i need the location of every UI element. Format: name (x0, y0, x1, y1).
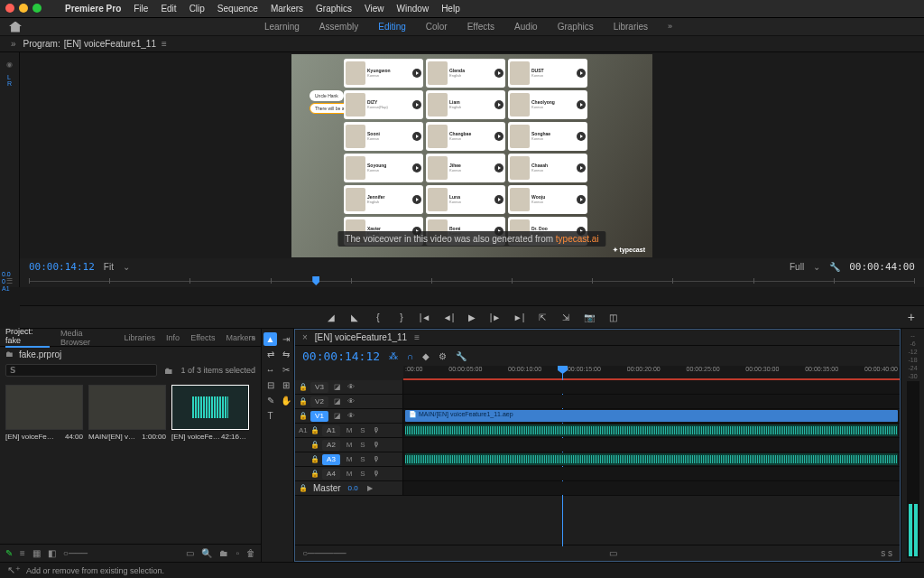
audio-track[interactable]: 🔒A3MS🎙 (295, 452, 900, 467)
zoom-fit[interactable]: Fit (104, 262, 114, 272)
menu-help[interactable]: Help (441, 4, 460, 14)
freeform-icon[interactable]: ✎ (5, 548, 13, 558)
export-frame-icon[interactable]: 📷 (583, 311, 596, 323)
program-monitor: Uncle Hank There will be an e... Kyungwo… (20, 52, 924, 287)
extract-icon[interactable]: ⇲ (559, 311, 572, 323)
bin-item[interactable]: [EN] voiceFeatur...42:16758 (171, 385, 249, 441)
menu-file[interactable]: File (134, 4, 148, 14)
zoom-out-icon[interactable]: ○────── (302, 548, 346, 558)
ws-graphics[interactable]: Graphics (558, 22, 594, 32)
panel-close-icon[interactable]: » (11, 39, 16, 49)
panel-menu-icon[interactable]: ≡ (162, 39, 167, 49)
timeline-ruler[interactable]: :00:0000:00:05:0000:00:10:0000:00:15:000… (403, 366, 900, 380)
freeform-view-icon[interactable]: ◧ (48, 548, 56, 558)
menu-view[interactable]: View (365, 4, 384, 14)
selection-tool-icon[interactable]: ▲ (263, 332, 277, 346)
monitor-playhead[interactable] (312, 276, 319, 285)
home-icon[interactable] (9, 22, 22, 33)
tabs-overflow-icon[interactable]: » (251, 333, 255, 342)
menu-window[interactable]: Window (397, 4, 430, 14)
zoom-slider[interactable]: ○─── (63, 548, 88, 558)
settings-icon[interactable]: ⚙ (439, 351, 447, 361)
mark-clip-icon[interactable]: { (372, 311, 384, 323)
ws-editing[interactable]: Editing (378, 22, 406, 32)
button-editor-icon[interactable]: + (908, 310, 915, 324)
video-viewer[interactable]: Uncle Hank There will be an e... Kyungwo… (20, 52, 924, 258)
compare-icon[interactable]: ◫ (606, 311, 619, 323)
razor-icon[interactable]: ✂ (279, 363, 292, 377)
mark-out-icon[interactable]: ◣ (348, 311, 361, 323)
automate-icon[interactable]: ▭ (186, 548, 194, 558)
video-track[interactable]: 🔒V2◪👁 (295, 395, 900, 409)
voice-card: KyungwonKorean (344, 59, 423, 88)
ws-audio[interactable]: Audio (514, 22, 538, 32)
tab-info[interactable]: Info (166, 333, 180, 342)
slide-icon[interactable]: ⊞ (279, 378, 292, 392)
menu-clip[interactable]: Clip (189, 4, 205, 14)
bin-icon[interactable]: 🖿 (164, 366, 173, 376)
scroll-thumb[interactable]: ▭ (609, 548, 617, 558)
ws-color[interactable]: Color (426, 22, 448, 32)
hand-icon[interactable]: ✋ (279, 394, 292, 407)
monitor-scrubber[interactable] (29, 275, 915, 287)
find-icon[interactable]: 🔍 (201, 548, 212, 558)
audio-track[interactable]: 🔒A4MS🎙 (295, 467, 900, 481)
ripple-edit-icon[interactable]: ⇄ (263, 348, 277, 361)
quality-label[interactable]: Full (790, 262, 804, 272)
tab-media-browser[interactable]: Media Browser (60, 329, 114, 347)
monitor-duration: 00:00:44:00 (849, 261, 915, 273)
menu-sequence[interactable]: Sequence (217, 4, 258, 14)
video-track[interactable]: 🔒V3◪👁 (295, 380, 900, 395)
new-item-icon[interactable]: ▫ (236, 548, 239, 558)
step-back-icon[interactable]: ◄| (442, 311, 455, 323)
lift-icon[interactable]: ⇱ (536, 311, 549, 323)
rolling-edit-icon[interactable]: ⇆ (279, 348, 292, 361)
rate-stretch-icon[interactable]: ↔ (263, 363, 277, 377)
audio-track[interactable]: 🔒A2MS🎙 (295, 438, 900, 452)
play-icon[interactable]: ▶ (466, 311, 478, 323)
tab-effects[interactable]: Effects (190, 333, 215, 342)
video-track[interactable]: 🔒V1◪👁📄 MAIN/[EN] voiceFeature1_11.aep (295, 409, 900, 424)
tab-project[interactable]: Project: fake (5, 327, 50, 348)
linked-sel-icon[interactable]: ∩ (407, 351, 413, 361)
ws-libraries[interactable]: Libraries (614, 22, 648, 32)
slip-icon[interactable]: ⊟ (263, 378, 277, 392)
ws-assembly[interactable]: Assembly (319, 22, 358, 32)
bin-item[interactable]: MAIN/[EN] voiceF...1:00:00 (88, 385, 166, 441)
monitor-timecode[interactable]: 00:00:14:12 (29, 261, 95, 273)
menu-graphics[interactable]: Graphics (316, 4, 352, 14)
selection-count: 1 of 3 items selected (180, 366, 255, 375)
type-icon[interactable]: T (263, 409, 277, 423)
search-input[interactable] (5, 364, 157, 377)
wrench-icon[interactable]: 🔧 (829, 262, 840, 272)
step-fwd-icon[interactable]: |► (489, 311, 502, 323)
voice-card: ChangbaeKorean (426, 122, 505, 151)
new-bin-icon[interactable]: 🖿 (219, 548, 228, 558)
marker-add-icon[interactable]: ◆ (422, 351, 430, 361)
list-view-icon[interactable]: ≡ (20, 548, 25, 558)
track-select-icon[interactable]: ⇥ (279, 332, 292, 346)
bin-item[interactable]: [EN] voiceFeature1_1144:00 (5, 385, 83, 441)
mark-selection-icon[interactable]: } (395, 311, 408, 323)
pen-icon[interactable]: ✎ (263, 394, 277, 407)
snap-icon[interactable]: ⁂ (389, 351, 398, 361)
track-height-icon[interactable]: s s (881, 548, 892, 558)
icon-view-icon[interactable]: ▦ (32, 548, 41, 558)
audio-track[interactable]: A1🔒A1MS🎙 (295, 424, 900, 438)
mark-in-icon[interactable]: ◢ (325, 311, 337, 323)
ws-learning[interactable]: Learning (264, 22, 300, 32)
trash-icon[interactable]: 🗑 (246, 548, 255, 558)
menu-markers[interactable]: Markers (271, 4, 303, 14)
wrench-icon[interactable]: 🔧 (456, 351, 467, 361)
go-out-icon[interactable]: ►| (513, 311, 525, 323)
go-in-icon[interactable]: |◄ (419, 311, 431, 323)
menu-edit[interactable]: Edit (161, 4, 176, 14)
marker-icon[interactable]: ◉ (4, 58, 16, 70)
timeline-timecode[interactable]: 00:00:14:12 (302, 350, 380, 363)
timeline-close-icon[interactable]: × (302, 332, 308, 342)
ws-effects[interactable]: Effects (467, 22, 494, 32)
ws-overflow-icon[interactable]: » (668, 22, 672, 32)
window-traffic-lights[interactable] (5, 4, 42, 13)
master-track[interactable]: 🔒Master0.0▶ (295, 481, 900, 496)
tab-libraries[interactable]: Libraries (125, 333, 156, 342)
